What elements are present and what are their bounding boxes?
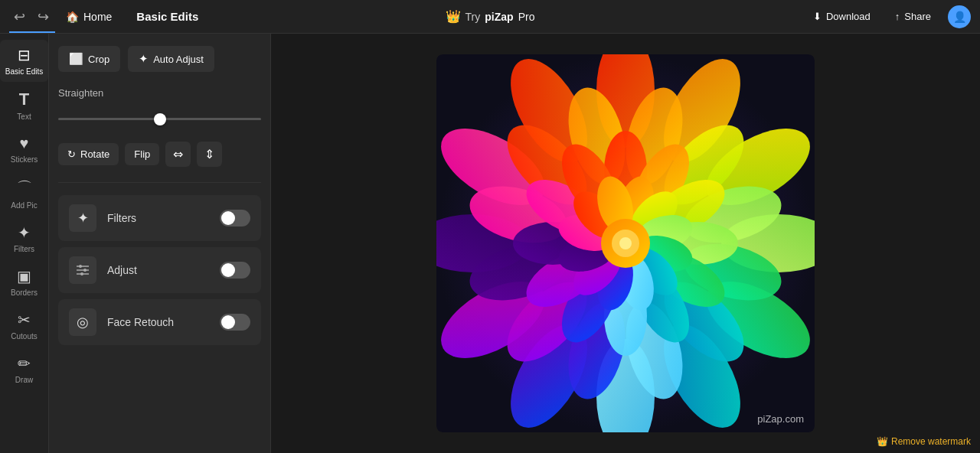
auto-adjust-button[interactable]: ✦ Auto Adjust: [128, 46, 214, 72]
undo-button[interactable]: ↩: [9, 5, 30, 28]
sidebar-item-stickers[interactable]: ♥ Stickers: [0, 129, 48, 170]
straighten-label: Straighten: [58, 87, 261, 99]
adjust-toggle[interactable]: [220, 262, 250, 279]
topbar: ↩ ↪ 🏠 Home Basic Edits 👑 Try piZap Pro ⬇…: [0, 0, 980, 34]
transform-row: ↻ Rotate Flip ⇔ ⇕: [58, 142, 261, 167]
flip-vertical-button[interactable]: ⇕: [197, 142, 222, 167]
divider: [58, 182, 261, 183]
stickers-icon: ♥: [20, 135, 29, 152]
sidebar-item-add-pic[interactable]: ⌒ Add Pic: [0, 171, 48, 216]
download-label: Download: [826, 11, 871, 22]
flip-horizontal-icon: ⇔: [173, 148, 183, 161]
pizap-label: piZap: [485, 11, 513, 23]
sidebar-item-label-stickers: Stickers: [11, 155, 38, 164]
filters-feature-row[interactable]: ✦ Filters: [58, 195, 261, 241]
rotate-button[interactable]: ↻ Rotate: [58, 143, 119, 165]
crop-icon: ⬜: [69, 52, 83, 66]
crown-small-icon: 👑: [877, 436, 888, 447]
crown-icon: 👑: [446, 9, 461, 24]
draw-icon: ✏: [18, 354, 31, 373]
flip-vertical-icon: ⇕: [204, 148, 214, 161]
share-label: Share: [904, 11, 931, 22]
auto-adjust-icon: ✦: [139, 52, 149, 66]
icon-sidebar: ⊟ Basic Edits T Text ♥ Stickers ⌒ Add Pi…: [0, 34, 49, 453]
main: ⊟ Basic Edits T Text ♥ Stickers ⌒ Add Pi…: [0, 34, 980, 453]
sidebar-item-label-add-pic: Add Pic: [11, 201, 37, 210]
topbar-center: 👑 Try piZap Pro: [446, 9, 535, 24]
pro-label: Pro: [518, 11, 535, 23]
filters-feature-icon: ✦: [69, 204, 96, 232]
straighten-slider-container: [58, 106, 261, 126]
avatar[interactable]: 👤: [948, 5, 971, 28]
rotate-label: Rotate: [80, 148, 109, 160]
download-button[interactable]: ⬇ Download: [805, 6, 878, 27]
sidebar-item-filters[interactable]: ✦ Filters: [0, 217, 48, 259]
remove-watermark-button[interactable]: 👑 Remove watermark: [877, 436, 971, 447]
image-container: piZap.com: [436, 54, 815, 432]
tool-buttons: ⬜ Crop ✦ Auto Adjust: [58, 46, 261, 72]
topbar-left: 🏠 Home Basic Edits: [60, 8, 198, 26]
straighten-slider[interactable]: [58, 118, 261, 120]
home-icon: 🏠: [66, 11, 79, 23]
sidebar-item-text[interactable]: T Text: [0, 83, 48, 127]
flower-image: [436, 54, 815, 432]
crop-button[interactable]: ⬜ Crop: [58, 46, 120, 72]
filters-feature-name: Filters: [107, 212, 220, 224]
sidebar-item-label-borders: Borders: [11, 288, 38, 297]
flip-button[interactable]: Flip: [125, 143, 159, 165]
filters-sidebar-icon: ✦: [18, 223, 31, 242]
straighten-section: Straighten: [58, 87, 261, 126]
face-retouch-feature-row[interactable]: ◎ Face Retouch: [58, 299, 261, 345]
undo-redo-group: ↩ ↪: [9, 5, 54, 28]
text-icon: T: [19, 90, 29, 109]
cutouts-icon: ✂: [18, 311, 31, 329]
svg-point-4: [83, 269, 87, 272]
try-label: Try: [466, 11, 481, 23]
adjust-feature-name: Adjust: [107, 264, 220, 276]
download-icon: ⬇: [813, 11, 822, 22]
borders-icon: ▣: [17, 267, 31, 285]
flip-label: Flip: [134, 148, 150, 160]
auto-adjust-label: Auto Adjust: [153, 54, 204, 65]
share-button[interactable]: ↑ Share: [887, 6, 939, 27]
sidebar-item-basic-edits[interactable]: ⊟ Basic Edits: [0, 40, 48, 82]
svg-point-57: [619, 237, 632, 249]
svg-point-3: [79, 265, 82, 268]
filters-toggle[interactable]: [220, 210, 250, 226]
home-underline: [9, 31, 55, 33]
sidebar-item-borders[interactable]: ▣ Borders: [0, 261, 48, 303]
topbar-right: ⬇ Download ↑ Share 👤: [805, 5, 971, 28]
rotate-icon: ↻: [67, 148, 76, 160]
home-label: Home: [83, 11, 112, 23]
face-retouch-toggle[interactable]: [220, 314, 250, 331]
adjust-feature-icon: [69, 256, 96, 284]
basic-edits-icon: ⊟: [18, 46, 31, 64]
canvas-area: piZap.com: [271, 34, 980, 453]
sidebar-item-draw[interactable]: ✏ Draw: [0, 348, 48, 390]
sidebar-item-label-basic-edits: Basic Edits: [5, 67, 43, 76]
redo-button[interactable]: ↪: [33, 5, 54, 28]
face-retouch-feature-name: Face Retouch: [107, 316, 220, 328]
add-pic-icon: ⌒: [17, 178, 32, 198]
sidebar-item-label-draw: Draw: [15, 376, 33, 384]
crop-label: Crop: [88, 54, 109, 65]
home-button[interactable]: 🏠 Home: [60, 8, 118, 26]
page-title: Basic Edits: [136, 10, 198, 23]
sidebar-item-label-cutouts: Cutouts: [11, 332, 37, 341]
adjust-feature-row[interactable]: Adjust: [58, 247, 261, 293]
tool-panel: ⬜ Crop ✦ Auto Adjust Straighten ↻ Rotate…: [49, 34, 271, 453]
remove-watermark-label: Remove watermark: [891, 436, 971, 447]
sidebar-item-label-text: Text: [17, 112, 31, 121]
share-icon: ↑: [895, 11, 900, 22]
svg-point-5: [80, 272, 83, 275]
sidebar-item-cutouts[interactable]: ✂ Cutouts: [0, 305, 48, 347]
flip-horizontal-button[interactable]: ⇔: [165, 142, 191, 167]
face-retouch-feature-icon: ◎: [69, 308, 96, 336]
sidebar-item-label-filters: Filters: [14, 245, 34, 253]
